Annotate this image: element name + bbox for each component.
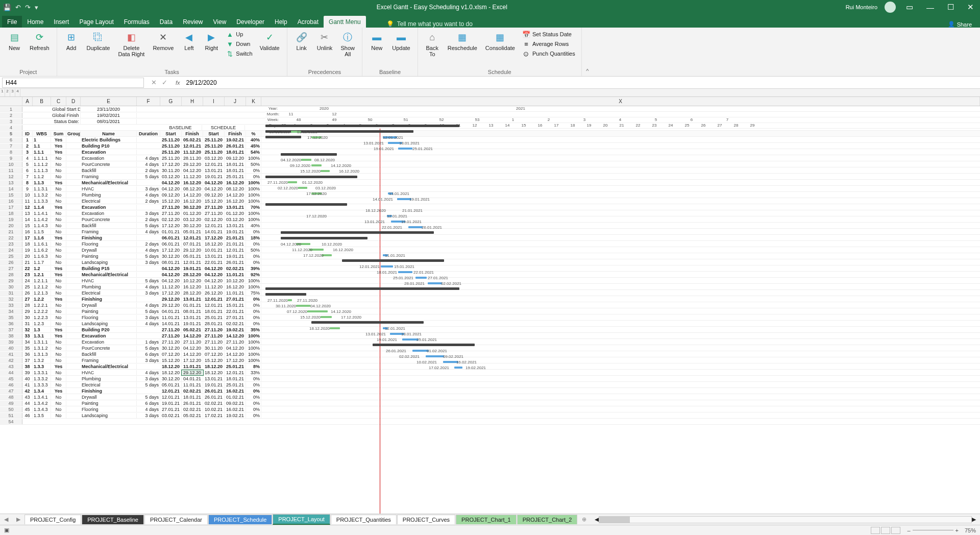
sheet-tab-layout[interactable]: PROJECT_Layout	[273, 514, 330, 525]
sheet-tab-baseline[interactable]: PROJECT_Baseline	[82, 515, 144, 524]
col-j[interactable]: J	[225, 97, 246, 106]
select-all-corner[interactable]	[0, 97, 22, 106]
sheet-tab-curves[interactable]: PROJECT_Curves	[397, 515, 455, 524]
formula-input[interactable]	[183, 78, 980, 87]
duplicate-button[interactable]: ⿻Duplicate	[84, 30, 113, 52]
gantt-bar[interactable]	[398, 271, 412, 273]
tab-home[interactable]: Home	[22, 16, 48, 28]
gantt-bar[interactable]	[265, 203, 347, 206]
gantt-bar[interactable]	[398, 148, 412, 150]
link-button[interactable]: 🔗Link	[291, 30, 312, 52]
switch-button[interactable]: ⇅Switch	[224, 49, 254, 58]
gantt-bar[interactable]	[288, 299, 292, 301]
tell-me[interactable]: 💡 Tell me what you want to do	[386, 20, 473, 28]
down-button[interactable]: ▼Down	[224, 39, 254, 48]
add-button[interactable]: ⊞Add	[61, 30, 82, 52]
delete-button[interactable]: ◧Delete Data Right	[115, 30, 148, 58]
macro-record-icon[interactable]: ▣	[4, 527, 9, 533]
tab-help[interactable]: Help	[270, 16, 292, 28]
up-button[interactable]: ▲Up	[224, 30, 254, 39]
gantt-bar[interactable]	[307, 310, 328, 312]
col-a[interactable]: A	[22, 97, 33, 106]
qat-more-icon[interactable]: ▾	[35, 4, 38, 11]
col-h[interactable]: H	[182, 97, 203, 106]
horizontal-scrollbar[interactable]: ◀▶	[591, 516, 980, 523]
col-c[interactable]: C	[51, 97, 66, 106]
tab-data[interactable]: Data	[155, 16, 178, 28]
gantt-bar[interactable]	[301, 159, 311, 161]
zoom-out-icon[interactable]: –	[907, 527, 910, 533]
maximize-icon[interactable]: ☐	[944, 3, 957, 12]
minimize-icon[interactable]: —	[923, 3, 937, 12]
sheet-tab-schedule[interactable]: PROJECT_Schedule	[208, 515, 272, 524]
gantt-bar[interactable]	[265, 287, 459, 290]
show-all-button[interactable]: ⓘShow All	[337, 30, 358, 58]
tab-nav-prev-icon[interactable]: ◀	[0, 516, 12, 523]
col-f[interactable]: F	[137, 97, 160, 106]
gantt-bar[interactable]	[281, 153, 337, 156]
zoom-slider[interactable]	[913, 530, 953, 530]
sheet-tab-chart1[interactable]: PROJECT_Chart_1	[456, 515, 517, 524]
outline-level-3[interactable]: 3	[10, 89, 15, 96]
gantt-bar[interactable]	[321, 316, 332, 318]
validate-button[interactable]: ✓Validate	[257, 30, 283, 52]
save-icon[interactable]: 💾	[3, 4, 11, 11]
zoom-level[interactable]: 75%	[965, 527, 976, 533]
tab-acrobat[interactable]: Acrobat	[292, 16, 324, 28]
sheet-tab-quantities[interactable]: PROJECT_Quantities	[331, 515, 397, 524]
gantt-chart[interactable]: 25.11.202003.12.202017.12.202012.01.2021…	[265, 129, 980, 514]
back-to-button[interactable]: ⌂Back To	[422, 30, 443, 58]
gantt-bar[interactable]	[373, 344, 475, 346]
gantt-bar[interactable]	[265, 293, 306, 296]
gantt-bar[interactable]	[426, 355, 444, 357]
share-button[interactable]: 👤 Share	[948, 21, 972, 28]
average-rows-button[interactable]: ≡Average Rows	[520, 39, 577, 48]
sheet-tab-calendar[interactable]: PROJECT_Calendar	[144, 515, 208, 524]
gantt-bar[interactable]	[408, 226, 423, 228]
gantt-bar[interactable]	[281, 231, 434, 234]
col-g[interactable]: G	[160, 97, 182, 106]
zoom-in-icon[interactable]: +	[955, 527, 959, 533]
tab-nav-next-icon[interactable]: ▶	[12, 516, 24, 523]
gantt-bar[interactable]	[311, 164, 322, 166]
tab-gantt-menu[interactable]: Gantt Menu	[324, 16, 366, 28]
gantt-bar[interactable]	[265, 176, 357, 178]
col-x[interactable]: X	[261, 97, 980, 106]
new-sheet-icon[interactable]: ⊕	[578, 516, 591, 523]
tab-view[interactable]: View	[208, 16, 232, 28]
reschedule-button[interactable]: ▦Reschedule	[445, 30, 480, 52]
unlink-button[interactable]: ✂Unlink	[314, 30, 336, 52]
gantt-bar[interactable]	[342, 259, 444, 262]
remove-button[interactable]: ✕Remove	[150, 30, 177, 52]
ribbon-display-icon[interactable]: ▭	[903, 3, 916, 12]
outline-level-4[interactable]: 4	[15, 89, 20, 96]
tab-insert[interactable]: Insert	[48, 16, 74, 28]
col-e[interactable]: E	[81, 97, 137, 106]
col-i[interactable]: I	[203, 97, 225, 106]
fx-icon[interactable]: fx	[173, 80, 183, 86]
page-layout-view-icon[interactable]	[881, 527, 890, 534]
gantt-bar[interactable]	[298, 187, 307, 189]
tab-formulas[interactable]: Formulas	[119, 16, 155, 28]
refresh-button[interactable]: ⟳Refresh	[27, 30, 53, 52]
page-break-view-icon[interactable]	[891, 527, 900, 534]
gantt-bar[interactable]	[381, 265, 393, 268]
undo-icon[interactable]: ↶	[15, 4, 21, 11]
gantt-bar[interactable]	[415, 277, 427, 279]
right-button[interactable]: ▶Right	[201, 30, 222, 52]
gantt-bar[interactable]	[330, 327, 340, 329]
gantt-bar[interactable]	[428, 282, 442, 284]
name-box[interactable]	[2, 78, 144, 88]
gantt-bar[interactable]	[288, 181, 297, 183]
col-b[interactable]: B	[33, 97, 51, 106]
punch-quantities-button[interactable]: ⊙Punch Quantities	[520, 49, 577, 58]
worksheet[interactable]: 1 2 3 4 A B C D E F G H I J K X 1Global …	[0, 89, 980, 514]
normal-view-icon[interactable]	[871, 527, 880, 534]
gantt-bar[interactable]	[321, 170, 330, 172]
outline-level-1[interactable]: 1	[0, 89, 5, 96]
redo-icon[interactable]: ↷	[25, 4, 31, 11]
gantt-bar[interactable]	[265, 136, 301, 138]
sheet-tab-config[interactable]: PROJECT_Config	[24, 515, 81, 524]
tab-page-layout[interactable]: Page Layout	[74, 16, 118, 28]
gantt-bar[interactable]	[454, 367, 462, 369]
